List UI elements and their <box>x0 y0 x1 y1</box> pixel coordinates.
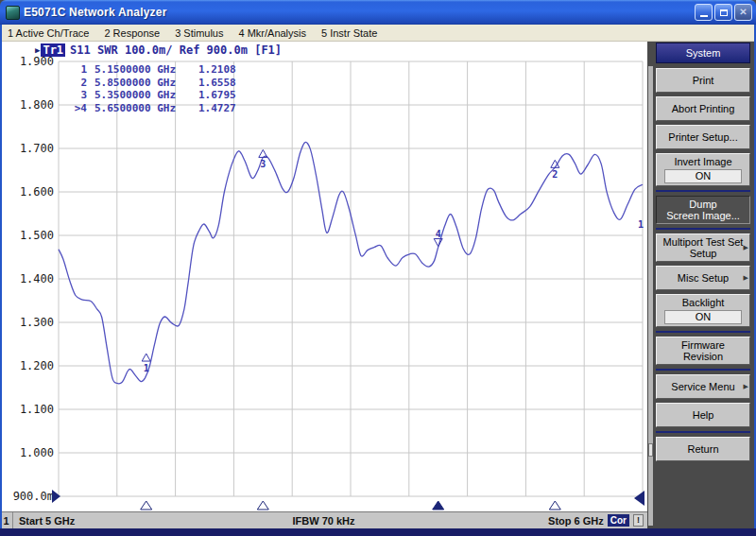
restore-button[interactable] <box>714 4 732 21</box>
softkey-label: Multiport Test Set <box>663 236 744 248</box>
y-axis-label: 1.700 <box>20 142 54 155</box>
marker-1-symbol <box>142 354 150 361</box>
softkey-label: Printer Setup... <box>668 131 737 143</box>
softkey-label: Backlight <box>682 297 725 308</box>
start-frequency-label: Start 5 GHz <box>13 515 75 527</box>
marker-readout-cell: 2 <box>68 77 87 90</box>
marker-readout-cell: 5.3500000 GHz <box>94 89 198 102</box>
softkey-abort-printing[interactable]: Abort Printing <box>656 96 750 121</box>
y-axis-label: 1.200 <box>20 359 54 372</box>
y-axis-label: 1.100 <box>20 403 54 416</box>
window-border-bottom <box>0 528 756 536</box>
marker-3-axis-indicator <box>257 501 268 510</box>
reference-level-indicator-left <box>52 490 60 503</box>
y-axis-label: 1.900 <box>20 55 54 68</box>
stop-frequency-label: Stop 6 GHz <box>548 515 604 527</box>
menu-item-4-mkr-analysis[interactable]: 4 Mkr/Analysis <box>231 27 314 39</box>
softkey-label: Print <box>693 75 714 86</box>
marker-4-axis-indicator <box>433 501 444 510</box>
app-window: E5071C Network Analyzer ✕ 1 Active Ch/Tr… <box>0 0 756 536</box>
y-axis-label: 1.300 <box>20 316 54 329</box>
marker-2-axis-indicator <box>549 501 560 510</box>
softkey-label: Invert Image <box>674 156 731 167</box>
menubar: 1 Active Ch/Trace2 Response3 Stimulus4 M… <box>0 25 756 42</box>
softkey-label: Service Menu <box>671 381 734 392</box>
ifbw-label: IFBW 70 kHz <box>292 515 354 527</box>
softkey-help[interactable]: Help <box>656 403 750 427</box>
softkey-state-value: ON <box>664 169 743 183</box>
marker-readout-cell: 5.8500000 GHz <box>94 77 198 90</box>
softkey-panel: SystemPrintAbort PrintingPrinter Setup..… <box>647 42 756 528</box>
marker-readout-cell: 3 <box>68 89 87 102</box>
marker-readout-cell: 1.6795 <box>198 89 236 102</box>
window-border-left <box>0 25 2 528</box>
active-trace-arrow-icon: ▶ <box>35 45 40 55</box>
marker-readout-table: 15.1500000 GHz1.210825.8500000 GHz1.6558… <box>68 63 236 114</box>
trace-format-label: S11 SWR 100.0m/ Ref 900.0m [F1] <box>70 43 282 57</box>
softkey-invert-image[interactable]: Invert ImageON <box>656 153 750 186</box>
softkey-label: Return <box>687 443 718 455</box>
marker-readout-row: 15.1500000 GHz1.2108 <box>68 63 236 77</box>
softkey-menu-title: System <box>656 43 750 63</box>
softkey-label: Help <box>693 409 714 421</box>
y-axis-label: 1.400 <box>20 272 54 285</box>
submenu-arrow-icon: ▶ <box>744 381 748 392</box>
close-button[interactable]: ✕ <box>734 4 752 21</box>
menu-item-5-instr-state[interactable]: 5 Instr State <box>314 27 385 39</box>
softkey-return[interactable]: Return <box>656 437 750 461</box>
softkey-misc-setup[interactable]: Misc Setup▶ <box>656 266 750 290</box>
marker-readout-cell: 1.2108 <box>198 63 236 77</box>
menu-item-1-active-ch-trace[interactable]: 1 Active Ch/Trace <box>0 27 96 39</box>
marker-readout-cell: 1.6558 <box>198 77 236 90</box>
marker-1-label: 1 <box>144 363 149 373</box>
submenu-arrow-icon: ▶ <box>744 242 748 253</box>
softkey-backlight[interactable]: BacklightON <box>656 294 750 327</box>
softkey-dump[interactable]: DumpScreen Image... <box>656 196 750 224</box>
marker-readout-row: >45.6500000 GHz1.4727 <box>68 102 236 115</box>
softkey-label: Dump <box>689 199 716 210</box>
window-titlebar[interactable]: E5071C Network Analyzer ✕ <box>0 0 756 25</box>
channel-status-bar: 1 Start 5 GHz IFBW 70 kHz Stop 6 GHz Cor… <box>0 511 647 528</box>
marker-4-label: 4 <box>436 229 441 239</box>
y-axis-label: 1.600 <box>20 185 54 199</box>
app-icon <box>6 6 20 20</box>
display-area: 1.9001.8001.7001.6001.5001.4001.3001.200… <box>0 42 647 511</box>
y-axis-label: 1.800 <box>20 98 54 112</box>
softkey-label: Setup <box>690 248 717 259</box>
marker-readout-cell: 1 <box>68 63 87 77</box>
marker-1-axis-indicator <box>141 501 152 510</box>
trace-end-number-label: 1 <box>638 219 644 230</box>
softkey-label: Firmware <box>681 339 725 351</box>
marker-3-label: 3 <box>260 159 266 169</box>
trace-header: ▶ Tr1 S11 SWR 100.0m/ Ref 900.0m [F1] <box>35 43 282 57</box>
marker-readout-row: 35.3500000 GHz1.6795 <box>68 89 236 102</box>
reference-level-indicator-right <box>634 491 644 506</box>
correction-status-badge: Cor <box>608 514 629 527</box>
submenu-arrow-icon: ▶ <box>744 272 748 284</box>
marker-readout-cell: >4 <box>68 102 87 115</box>
marker-readout-row: 25.8500000 GHz1.6558 <box>68 77 236 90</box>
channel-number: 1 <box>0 512 13 528</box>
y-axis-label: 1.500 <box>20 229 54 242</box>
softkey-label: Revision <box>683 351 723 362</box>
softkey-print[interactable]: Print <box>656 68 750 93</box>
window-title: E5071C Network Analyzer <box>24 6 167 19</box>
softkey-firmware[interactable]: FirmwareRevision <box>656 337 750 365</box>
softkey-multiport-test-set[interactable]: Multiport Test SetSetup▶ <box>656 233 750 262</box>
menu-item-3-stimulus[interactable]: 3 Stimulus <box>167 27 231 39</box>
menu-item-2-response[interactable]: 2 Response <box>96 27 167 39</box>
y-axis-label: 1.000 <box>20 446 54 459</box>
marker-readout-cell: 1.4727 <box>198 102 236 115</box>
marker-readout-cell: 5.1500000 GHz <box>94 63 198 77</box>
marker-2-label: 2 <box>552 169 558 180</box>
softkey-state-value: ON <box>664 310 743 324</box>
marker-readout-cell: 5.6500000 GHz <box>94 102 198 115</box>
softkey-label: Misc Setup <box>678 272 729 284</box>
trace-number-badge: Tr1 <box>41 43 65 57</box>
softkey-printer-setup[interactable]: Printer Setup... <box>656 125 750 149</box>
softkey-service-menu[interactable]: Service Menu▶ <box>656 374 750 399</box>
softkey-label: Abort Printing <box>672 103 735 114</box>
minimize-button[interactable] <box>695 4 713 21</box>
window-controls: ✕ <box>695 4 752 21</box>
sweep-status-indicator: ! <box>633 514 644 527</box>
